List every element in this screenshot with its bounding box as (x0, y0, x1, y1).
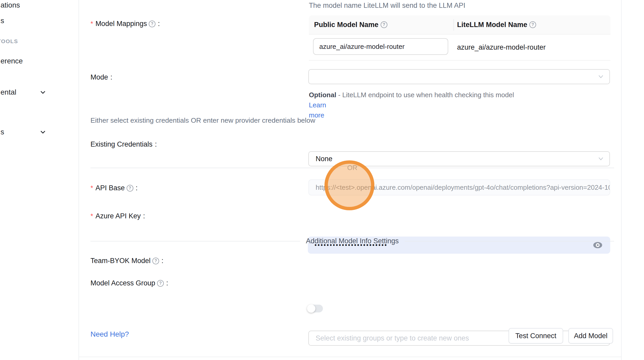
sidebar-item-truncated-1[interactable]: ations (1, 1, 20, 9)
model-access-group-placeholder: Select existing groups or type to create… (316, 334, 469, 342)
team-byok-label: Team-BYOK Model ? : (90, 257, 164, 265)
column-header-public-model-name: Public Model Name ? (309, 21, 453, 29)
api-base-input[interactable]: https://<test>.openai.azure.com/openai/d… (308, 179, 610, 195)
additional-settings-divider: Additional Model Info Settings (90, 237, 614, 245)
sidebar-item-truncated-5[interactable]: s (1, 128, 4, 136)
card-bottom-border (79, 357, 621, 357)
team-byok-toggle[interactable] (307, 305, 323, 312)
chevron-down-icon[interactable] (39, 89, 47, 96)
help-circle-icon[interactable]: ? (381, 21, 387, 28)
chevron-down-icon (597, 155, 604, 162)
need-help-link[interactable]: Need Help? (90, 330, 129, 338)
learn-more-link[interactable]: Learn (309, 101, 326, 109)
model-mappings-label: * Model Mappings ? : (90, 20, 160, 28)
help-circle-icon[interactable]: ? (149, 21, 155, 27)
sidebar-section-tools: TOOLS (0, 38, 18, 44)
toggle-knob (307, 304, 315, 313)
required-asterisk: * (90, 184, 93, 192)
mode-select[interactable] (308, 69, 610, 84)
or-divider: OR (90, 164, 614, 172)
column-header-litellm-model-name: LiteLLM Model Name ? (453, 21, 536, 29)
public-model-name-input[interactable] (313, 38, 448, 55)
test-connect-button[interactable]: Test Connect (509, 328, 563, 344)
existing-credentials-label: Existing Credentials: (90, 140, 157, 148)
sidebar-item-truncated-3[interactable]: erence (1, 57, 23, 65)
model-access-group-label: Model Access Group ? : (90, 279, 168, 287)
additional-settings-divider-text: Additional Model Info Settings (300, 237, 404, 245)
litellm-model-name-hint: The model name LiteLLM will send to the … (309, 2, 465, 10)
sidebar-item-truncated-2[interactable]: s (1, 17, 4, 25)
sidebar: ations s TOOLS erence ental s (0, 0, 79, 360)
table-row: azure_ai/azure-model-router (309, 35, 610, 61)
required-asterisk: * (90, 212, 93, 220)
header-column-divider (453, 19, 454, 31)
sidebar-item-truncated-4[interactable]: ental (1, 88, 16, 96)
help-circle-icon[interactable]: ? (152, 258, 159, 264)
table-header-row: Public Model Name ? LiteLLM Model Name ? (309, 15, 610, 35)
chevron-down-icon (597, 73, 604, 80)
help-circle-icon[interactable]: ? (529, 21, 536, 28)
model-access-group-select[interactable]: Select existing groups or type to create… (308, 331, 610, 346)
add-model-button[interactable]: Add Model (568, 328, 613, 344)
chevron-down-icon[interactable] (39, 128, 47, 136)
litellm-model-name-value: azure_ai/azure-model-router (457, 35, 546, 60)
required-asterisk: * (90, 20, 93, 28)
model-mappings-table: Public Model Name ? LiteLLM Model Name ?… (309, 15, 610, 61)
add-model-form: The model name LiteLLM will send to the … (79, 0, 622, 360)
api-base-label: * API Base ? : (90, 184, 138, 192)
azure-api-key-label: * Azure API Key : (90, 212, 145, 220)
or-divider-text: OR (341, 164, 364, 172)
help-circle-icon[interactable]: ? (127, 185, 133, 192)
mode-label: Mode: (90, 73, 112, 81)
existing-credentials-value: None (316, 155, 333, 163)
credentials-note: Either select existing credentials OR en… (90, 116, 315, 125)
help-circle-icon[interactable]: ? (157, 280, 164, 287)
mode-help-text: Optional - LiteLLM endpoint to use when … (309, 90, 532, 120)
